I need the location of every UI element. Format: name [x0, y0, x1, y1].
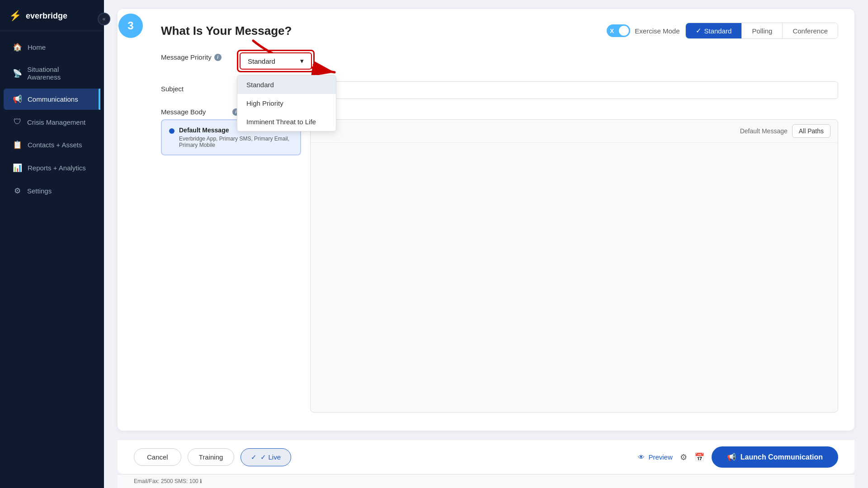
calendar-button[interactable]: 📅 — [694, 452, 704, 462]
message-card-dot — [169, 128, 175, 134]
settings-button[interactable]: ⚙ — [680, 452, 687, 462]
message-body-label: Message Body — [161, 108, 229, 116]
exercise-mode-toggle[interactable]: X — [607, 24, 630, 37]
crisis-management-icon: 🛡 — [13, 117, 22, 127]
training-button[interactable]: Training — [188, 448, 235, 466]
communications-icon: 📢 — [13, 94, 22, 104]
mode-tabs: ✓ Standard Polling Conference — [685, 23, 838, 39]
logo-icon: ⚡ — [9, 10, 21, 22]
tab-standard[interactable]: ✓ Standard — [686, 23, 742, 38]
sidebar-item-label: Communications — [28, 95, 78, 103]
exercise-mode-wrap: X Exercise Mode — [607, 24, 679, 37]
message-editor-panel: Default Message All Paths — [310, 119, 838, 413]
dropdown-arrow-icon: ▾ — [300, 57, 304, 65]
dropdown-option-standard[interactable]: Standard — [237, 75, 336, 94]
logo: ⚡ everbridge — [0, 0, 104, 31]
sidebar-item-label: Reports + Analytics — [28, 164, 86, 172]
message-priority-label: Message Priority i — [161, 50, 229, 61]
priority-dropdown-button[interactable]: Standard ▾ — [240, 52, 312, 70]
launch-icon: 📢 — [727, 453, 736, 461]
header-controls: X Exercise Mode ✓ Standard Polling Confe… — [607, 23, 838, 39]
priority-dropdown-wrap: Standard ▾ Standard High Priority Immine… — [237, 50, 315, 72]
priority-dropdown-highlight: Standard ▾ — [237, 50, 315, 72]
cancel-button[interactable]: Cancel — [134, 448, 181, 466]
sidebar-item-reports-analytics[interactable]: 📊 Reports + Analytics — [4, 157, 100, 178]
situational-awareness-icon: 📡 — [13, 69, 22, 78]
bottom-stats: Email/Fax: 2500 SMS: 100 ℹ — [118, 474, 854, 488]
dropdown-option-imminent-threat[interactable]: Imminent Threat to Life — [237, 113, 336, 131]
reports-icon: 📊 — [13, 163, 22, 173]
home-icon: 🏠 — [13, 42, 22, 52]
main-content: 3 What Is Your Message? X Exercise Mode — [104, 0, 868, 488]
default-message-subtitle: Everbridge App, Primary SMS, Primary Ema… — [179, 136, 293, 148]
message-body-area: Default Message Everbridge App, Primary … — [134, 119, 838, 413]
tab-polling[interactable]: Polling — [741, 23, 782, 38]
all-paths-button[interactable]: All Paths — [792, 124, 830, 138]
preview-button[interactable]: 👁 Preview — [638, 453, 672, 461]
message-card: What Is Your Message? X Exercise Mode ✓ … — [118, 9, 854, 431]
sidebar-item-situational-awareness[interactable]: 📡 Situational Awareness — [4, 60, 100, 87]
sidebar-item-crisis-management[interactable]: 🛡 Crisis Management — [4, 112, 100, 132]
message-priority-row: Message Priority i Standard ▾ Standard H… — [134, 50, 838, 72]
sidebar-item-communications[interactable]: 📢 Communications — [4, 89, 100, 110]
dropdown-option-high-priority[interactable]: High Priority — [237, 94, 336, 113]
sidebar-collapse-button[interactable]: « — [98, 13, 110, 25]
footer-right: 👁 Preview ⚙ 📅 📢 Launch Communication — [638, 446, 838, 468]
page-title: What Is Your Message? — [161, 24, 292, 38]
tab-conference[interactable]: Conference — [782, 23, 838, 38]
sidebar-item-label: Crisis Management — [27, 118, 85, 126]
sidebar: ⚡ everbridge « 🏠 Home 📡 Situational Awar… — [0, 0, 104, 488]
sidebar-item-settings[interactable]: ⚙ Settings — [4, 180, 100, 202]
priority-info-icon[interactable]: i — [214, 54, 222, 61]
launch-communication-button[interactable]: 📢 Launch Communication — [712, 446, 838, 468]
all-paths-header: Default Message All Paths — [311, 120, 838, 143]
subject-label: Subject — [161, 81, 229, 93]
priority-selected-value: Standard — [248, 57, 275, 65]
sidebar-item-label: Home — [28, 43, 46, 51]
sidebar-item-contacts-assets[interactable]: 📋 Contacts + Assets — [4, 134, 100, 155]
toggle-knob — [619, 26, 629, 36]
sidebar-item-label: Contacts + Assets — [28, 141, 82, 149]
step-indicator: 3 — [118, 14, 143, 38]
toggle-x-icon: X — [610, 28, 614, 34]
sidebar-item-label: Settings — [27, 187, 52, 195]
checkmark-icon: ✓ — [696, 27, 702, 35]
card-header: What Is Your Message? X Exercise Mode ✓ … — [134, 23, 838, 39]
logo-text: everbridge — [26, 11, 67, 21]
sidebar-item-home[interactable]: 🏠 Home — [4, 37, 100, 58]
sidebar-item-label: Situational Awareness — [27, 66, 91, 81]
priority-dropdown-menu: Standard High Priority Imminent Threat t… — [237, 75, 336, 131]
stats-text: Email/Fax: 2500 SMS: 100 ℹ — [134, 478, 202, 484]
message-list: Default Message Everbridge App, Primary … — [161, 119, 301, 413]
message-editor[interactable] — [311, 143, 838, 278]
default-message-header-label: Default Message — [740, 127, 788, 135]
settings-icon: ⚙ — [13, 186, 22, 196]
footer-left: Cancel Training ✓ ✓ Live — [134, 448, 291, 466]
preview-eye-icon: 👁 — [638, 453, 645, 461]
live-checkmark-icon: ✓ — [251, 453, 257, 461]
exercise-mode-label: Exercise Mode — [635, 27, 679, 35]
active-indicator — [99, 89, 100, 110]
card-footer: Cancel Training ✓ ✓ Live 👁 Preview ⚙ 📅 📢… — [118, 440, 854, 474]
contacts-icon: 📋 — [13, 140, 22, 150]
live-button[interactable]: ✓ ✓ Live — [241, 448, 291, 466]
